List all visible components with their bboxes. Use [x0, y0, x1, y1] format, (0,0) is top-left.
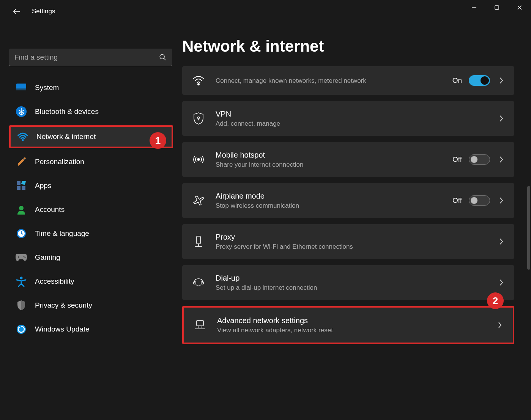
chevron-right-icon [497, 156, 506, 163]
close-button[interactable] [508, 0, 531, 15]
sidebar-item-label: Accounts [35, 205, 65, 214]
airplane-state-label: Off [452, 196, 462, 205]
chevron-right-icon [497, 197, 506, 204]
wifi-icon [17, 131, 29, 143]
svg-point-19 [18, 256, 19, 258]
chevron-right-icon [497, 279, 506, 286]
setting-title: Dial-up [216, 273, 497, 283]
sidebar-item-label: Gaming [35, 253, 60, 262]
hotspot-state-label: Off [452, 155, 462, 164]
chevron-right-icon [497, 238, 506, 245]
svg-rect-28 [197, 236, 200, 244]
setting-desc: Set up a dial-up internet connection [216, 284, 497, 292]
svg-point-14 [19, 206, 24, 210]
svg-rect-31 [194, 282, 196, 284]
accessibility-icon [15, 275, 27, 287]
svg-rect-10 [17, 181, 20, 185]
svg-point-20 [24, 256, 25, 257]
sidebar-item-personalization[interactable]: Personalization [9, 152, 173, 172]
svg-rect-32 [201, 282, 203, 284]
update-icon [15, 323, 27, 335]
svg-rect-33 [197, 321, 203, 326]
shield-icon [15, 299, 27, 311]
setting-desc: Stop wireless communication [216, 202, 452, 210]
setting-wifi[interactable]: Connect, manage known networks, metered … [182, 66, 514, 95]
annotation-badge-1: 1 [150, 132, 166, 149]
search-input[interactable] [14, 53, 159, 62]
airplane-toggle[interactable] [469, 195, 490, 206]
sidebar-item-privacy-security[interactable]: Privacy & security [9, 295, 173, 316]
chevron-right-icon [495, 321, 504, 329]
setting-proxy[interactable]: Proxy Proxy server for Wi-Fi and Etherne… [182, 224, 514, 259]
page-title: Network & internet [182, 37, 516, 55]
svg-point-9 [22, 139, 24, 141]
person-icon [15, 204, 27, 216]
sidebar-item-gaming[interactable]: Gaming [9, 247, 173, 268]
setting-title: Mobile hotspot [216, 150, 452, 160]
clock-globe-icon [15, 227, 27, 240]
wifi-toggle[interactable] [469, 75, 490, 86]
setting-desc: Share your internet connection [216, 161, 452, 169]
back-icon [13, 7, 21, 16]
sidebar-item-windows-update[interactable]: Windows Update [9, 319, 173, 339]
search-icon [159, 53, 167, 62]
minimize-button[interactable] [463, 0, 485, 15]
monitor-icon [15, 82, 27, 94]
gamepad-icon [15, 251, 27, 264]
maximize-button[interactable] [485, 0, 508, 15]
close-icon [517, 5, 522, 10]
shield-lock-icon [191, 112, 206, 125]
setting-vpn[interactable]: VPN Add, connect, manage [182, 101, 514, 136]
sidebar-item-label: Apps [35, 182, 51, 190]
sidebar-item-apps[interactable]: Apps [9, 175, 173, 196]
svg-point-4 [160, 54, 164, 59]
svg-point-22 [20, 277, 23, 279]
sidebar-item-accessibility[interactable]: Accessibility [9, 271, 173, 292]
sidebar-item-label: Bluetooth & devices [35, 107, 99, 116]
sidebar-item-network[interactable]: Network & internet [9, 125, 173, 148]
adapter-icon [192, 319, 208, 331]
setting-dialup[interactable]: Dial-up Set up a dial-up internet connec… [182, 265, 514, 300]
svg-rect-12 [22, 186, 25, 190]
sidebar-item-label: Network & internet [36, 133, 96, 141]
maximize-icon [494, 5, 499, 10]
wifi-icon [191, 76, 206, 85]
settings-list: Connect, manage known networks, metered … [182, 66, 516, 344]
annotation-badge-2: 2 [487, 292, 504, 309]
sidebar-item-label: Personalization [35, 158, 84, 166]
sidebar-item-bluetooth[interactable]: Bluetooth & devices [9, 101, 173, 122]
sidebar-item-label: Time & language [35, 229, 89, 238]
sidebar-item-system[interactable]: System [9, 77, 173, 98]
titlebar: Settings [0, 0, 531, 23]
setting-hotspot[interactable]: Mobile hotspot Share your internet conne… [182, 142, 514, 177]
paint-brush-icon [15, 156, 27, 168]
svg-point-24 [198, 84, 199, 85]
svg-point-21 [25, 257, 26, 258]
wifi-state-label: On [452, 76, 462, 85]
main-panel: Network & internet Connect, manage known… [182, 23, 531, 420]
apps-icon [15, 180, 27, 192]
sidebar-item-time-language[interactable]: Time & language [9, 223, 173, 244]
setting-desc: Add, connect, manage [216, 120, 497, 128]
hotspot-toggle[interactable] [469, 154, 490, 165]
svg-point-27 [198, 159, 200, 161]
sidebar-item-accounts[interactable]: Accounts [9, 199, 173, 220]
back-button[interactable] [9, 4, 24, 19]
svg-line-5 [164, 58, 166, 60]
setting-desc: Proxy server for Wi-Fi and Ethernet conn… [216, 243, 497, 251]
svg-rect-7 [16, 88, 26, 90]
search-box[interactable] [9, 49, 172, 66]
setting-title: Advanced network settings [217, 316, 495, 325]
svg-rect-1 [495, 6, 499, 9]
scrollbar[interactable] [527, 186, 530, 270]
sidebar-item-label: Accessibility [35, 277, 74, 286]
setting-airplane[interactable]: Airplane mode Stop wireless communicatio… [182, 183, 514, 218]
bluetooth-icon [15, 106, 27, 118]
svg-rect-13 [21, 181, 26, 185]
setting-advanced-network[interactable]: Advanced network settings View all netwo… [182, 306, 514, 344]
chevron-right-icon [497, 77, 506, 84]
phone-icon [191, 277, 206, 288]
app-title: Settings [32, 8, 55, 15]
setting-title: VPN [216, 109, 497, 119]
setting-title: Airplane mode [216, 191, 452, 201]
